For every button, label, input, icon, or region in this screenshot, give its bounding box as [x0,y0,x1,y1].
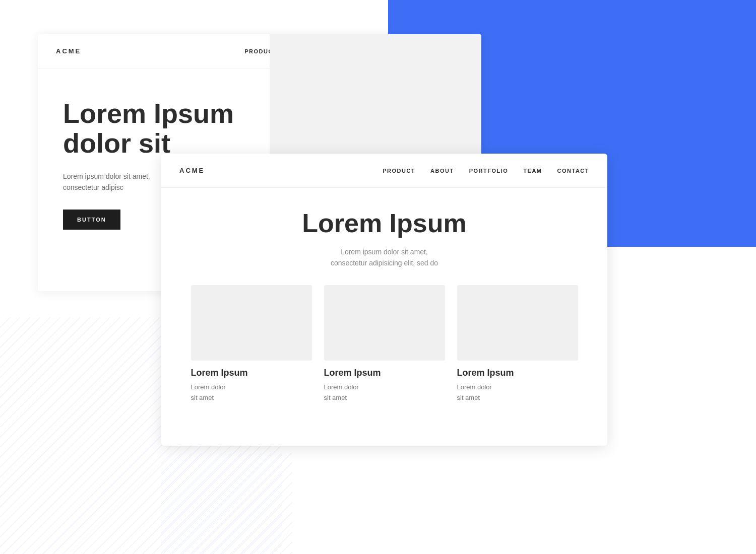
front-nav-about[interactable]: ABOUT [430,168,454,174]
mini-cards-container: Lorem Ipsum Lorem dolor sit amet Lorem I… [179,285,589,403]
mini-card-2-image [324,285,445,361]
mini-card-2-text: Lorem dolor sit amet [324,382,445,403]
mini-card-2-title: Lorem Ipsum [324,368,445,378]
mini-card-3-title: Lorem Ipsum [457,368,578,378]
mini-card-3-image [457,285,578,361]
card-front-description: Lorem ipsum dolor sit amet,consectetur a… [179,246,589,269]
mini-card-1-image [191,285,312,361]
card-back-logo: ACME [56,47,81,55]
mini-card-3: Lorem Ipsum Lorem dolor sit amet [457,285,578,403]
card-front-navbar: ACME PRODUCT ABOUT PORTFOLIO TEAM CONTAC… [161,154,607,188]
front-nav-contact[interactable]: CONTACT [557,168,589,174]
front-nav-portfolio[interactable]: PORTFOLIO [469,168,509,174]
card-front-nav-links: PRODUCT ABOUT PORTFOLIO TEAM CONTACT [383,168,589,174]
mini-card-2: Lorem Ipsum Lorem dolor sit amet [324,285,445,403]
svg-rect-3 [161,453,292,554]
card-back-description: Lorem ipsum dolor sit amet, consectetur … [63,171,174,193]
card-front-logo: ACME [179,167,205,174]
front-nav-team[interactable]: TEAM [523,168,542,174]
mini-card-1-title: Lorem Ipsum [191,368,312,378]
mini-card-1-text: Lorem dolor sit amet [191,382,312,403]
mini-card-3-text: Lorem dolor sit amet [457,382,578,403]
stripe-background-bottom [161,453,292,554]
card-front-body: Lorem Ipsum Lorem ipsum dolor sit amet,c… [161,188,607,418]
front-nav-product[interactable]: PRODUCT [383,168,415,174]
card-front-title: Lorem Ipsum [179,208,589,238]
mini-card-1: Lorem Ipsum Lorem dolor sit amet [191,285,312,403]
card-back-button[interactable]: BUTTON [63,210,120,230]
card-front: ACME PRODUCT ABOUT PORTFOLIO TEAM CONTAC… [161,154,607,446]
